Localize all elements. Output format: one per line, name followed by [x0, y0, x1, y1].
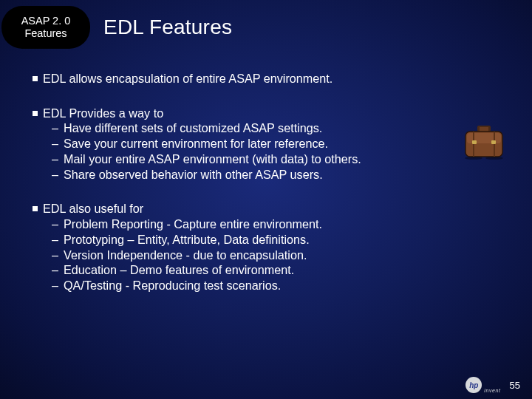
slide-body: EDL allows encapsulation of entire ASAP …	[0, 49, 532, 293]
slide-title: EDL Features	[103, 16, 232, 39]
section-badge: ASAP 2. 0 Features	[1, 6, 90, 49]
bullet-level-1: EDL also useful for	[33, 201, 499, 216]
bullet-level-2: –QA/Testing - Reproducing test scenarios…	[33, 278, 499, 293]
bullet-block: EDL allows encapsulation of entire ASAP …	[33, 71, 499, 86]
bullet-text: EDL allows encapsulation of entire ASAP …	[43, 71, 332, 86]
dash-icon: –	[52, 120, 58, 136]
svg-point-10	[485, 157, 503, 160]
bullet-text: Have different sets of customized ASAP s…	[64, 120, 322, 136]
square-bullet-icon	[33, 76, 38, 81]
bullet-level-2: –Share observed behavior with other ASAP…	[33, 167, 499, 183]
page-number: 55	[510, 380, 520, 391]
svg-rect-7	[472, 140, 477, 144]
hp-logo-circle: hp	[466, 377, 482, 393]
dash-icon: –	[52, 216, 58, 232]
svg-point-9	[465, 157, 482, 160]
square-bullet-icon	[33, 111, 38, 116]
dash-icon: –	[52, 136, 58, 151]
bullet-level-2: –Education – Demo features of environmen…	[33, 262, 499, 278]
bullet-level-2: –Problem Reporting - Capture entire envi…	[33, 216, 499, 232]
bullet-block: EDL also useful for –Problem Reporting -…	[33, 201, 499, 293]
svg-rect-4	[467, 133, 501, 143]
hp-logo: hp invent	[466, 377, 500, 393]
bullet-level-2: –Version Independence - due to encapsula…	[33, 248, 499, 263]
bullet-text: EDL also useful for	[43, 201, 143, 216]
bullet-text: Share observed behavior with other ASAP …	[64, 167, 323, 183]
bullet-text: QA/Testing - Reproducing test scenarios.	[64, 278, 281, 293]
bullet-level-2: –Mail your entire ASAP environment (with…	[33, 151, 499, 167]
dash-icon: –	[52, 151, 58, 167]
hp-logo-word: invent	[484, 388, 500, 393]
bullet-text: Education – Demo features of environment…	[64, 262, 294, 278]
hp-logo-initials: hp	[469, 381, 478, 389]
square-bullet-icon	[33, 206, 38, 211]
dash-icon: –	[52, 262, 58, 278]
slide-footer: hp invent 55	[466, 377, 520, 393]
dash-icon: –	[52, 248, 58, 263]
bullet-level-1: EDL Provides a way to	[33, 106, 499, 121]
bullet-block: EDL Provides a way to –Have different se…	[33, 106, 499, 183]
bullet-text: Version Independence - due to encapsulat…	[64, 248, 307, 263]
bullet-level-2: –Save your current environment for later…	[33, 136, 499, 151]
bullet-text: EDL Provides a way to	[43, 106, 163, 121]
dash-icon: –	[52, 232, 58, 248]
dash-icon: –	[52, 278, 58, 293]
bullet-text: Problem Reporting - Capture entire envir…	[64, 216, 322, 232]
bullet-text: Save your current environment for later …	[64, 136, 328, 151]
bullet-level-2: –Have different sets of customized ASAP …	[33, 120, 499, 136]
dash-icon: –	[52, 167, 58, 183]
slide-header: ASAP 2. 0 Features EDL Features	[0, 0, 532, 49]
bullet-text: Prototyping – Entity, Attribute, Data de…	[64, 232, 310, 248]
svg-rect-8	[491, 140, 496, 144]
badge-line-1: ASAP 2. 0	[1, 15, 90, 27]
bullet-level-2: –Prototyping – Entity, Attribute, Data d…	[33, 232, 499, 248]
bullet-text: Mail your entire ASAP environment (with …	[64, 151, 361, 167]
badge-line-2: Features	[1, 27, 90, 40]
bullet-level-1: EDL allows encapsulation of entire ASAP …	[33, 71, 499, 86]
briefcase-icon	[463, 124, 505, 163]
